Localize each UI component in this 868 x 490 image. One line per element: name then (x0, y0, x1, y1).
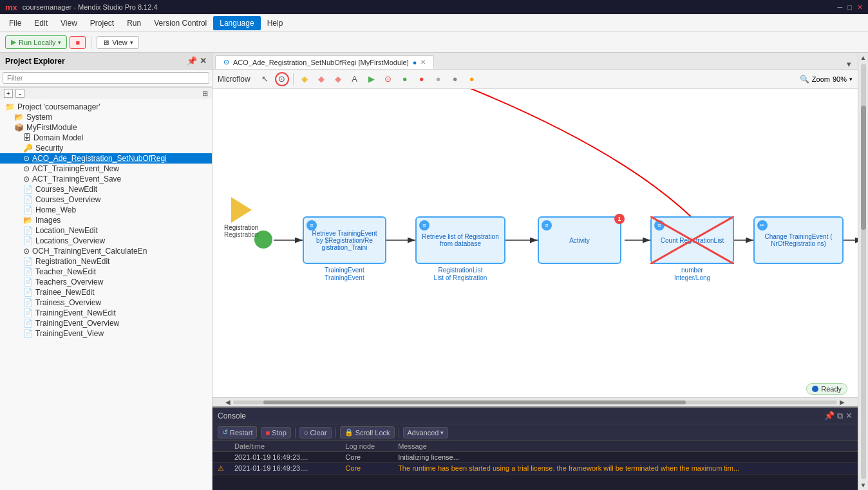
microflow-label: Microflow (218, 75, 250, 84)
sidebar-item-courses_overview[interactable]: 📄Courses_Overview (0, 194, 212, 205)
maximize-btn[interactable]: □ (847, 3, 852, 12)
menu-file[interactable]: File (3, 16, 28, 30)
layout-icon[interactable]: ⊞ (202, 90, 208, 98)
sidebar-item-images[interactable]: 📂Images (0, 215, 212, 225)
sidebar-item-courses_newedit[interactable]: 📄Courses_NewEdit (0, 184, 212, 194)
stop-button[interactable]: ■ (70, 36, 86, 49)
scroll-left-arrow[interactable]: ◀ (223, 399, 233, 406)
run-dropdown-icon[interactable]: ▾ (58, 39, 61, 46)
restart-button[interactable]: ↺ Restart (218, 426, 257, 438)
canvas[interactable]: Registration Registration ≡ Retrieve Tra… (212, 89, 858, 397)
sidebar-item-myfirstmodule[interactable]: 📦MyFirstModule (0, 122, 212, 133)
gray-circle[interactable]: ● (431, 72, 446, 86)
sidebar-item-project_'coursemanager'[interactable]: 📁Project 'coursemanager' (0, 102, 212, 112)
act1-varname: TrainingEvent (303, 267, 386, 274)
minimize-btn[interactable]: ─ (838, 3, 843, 12)
green-circle[interactable]: ● (398, 72, 412, 86)
run-locally-button[interactable]: ▶ Run Locally ▾ (5, 35, 67, 49)
sidebar-item-security[interactable]: 🔑Security (0, 143, 212, 153)
sidebar-item-act_trainingevent_new[interactable]: ⊙ACT_TrainingEvent_New (0, 164, 212, 174)
tab-menu-icon[interactable]: ▾ (843, 59, 855, 69)
sidebar-item-trainingevent_newedit[interactable]: 📄TrainingEvent_NewEdit (0, 308, 212, 318)
sidebar-item-trainee_newedit[interactable]: 📄Trainee_NewEdit (0, 287, 212, 297)
sidebar-item-act_trainingevent_save[interactable]: ⊙ACT_TrainingEvent_Save (0, 174, 212, 184)
status-ready-indicator: Ready (806, 383, 847, 395)
console-close-icon[interactable]: ✕ (845, 411, 853, 421)
h-scrollbar-thumb[interactable] (263, 400, 686, 404)
arrow-shape (231, 197, 252, 223)
start-event-tool[interactable]: ▶ (364, 72, 379, 86)
menu-language[interactable]: Language (213, 16, 260, 30)
view-button[interactable]: 🖥 View ▾ (97, 36, 139, 49)
scroll-lock-button[interactable]: 🔒 Scroll Lock (340, 426, 395, 438)
v-scrollbar-track[interactable] (861, 64, 866, 479)
clear-button[interactable]: ○ Clear (299, 427, 332, 438)
menu-edit[interactable]: Edit (28, 16, 54, 30)
gray-circle-2[interactable]: ● (448, 72, 462, 86)
sidebar-item-trainingevent_view[interactable]: 📄TrainingEvent_View (0, 328, 212, 339)
stop-console-button[interactable]: ■ Stop (261, 427, 290, 438)
advanced-button[interactable]: Advanced ▾ (403, 427, 449, 438)
pointer-tool[interactable]: ↖ (258, 72, 272, 86)
stop-icon: ■ (265, 429, 270, 437)
menu-help[interactable]: Help (261, 16, 290, 30)
sidebar-item-domain_model[interactable]: 🗄Domain Model (0, 133, 212, 143)
active-tab[interactable]: ⊙ ACO_Ade_Registration_SetNubOfRegi [MyF… (215, 55, 434, 69)
sidebar-filter-input[interactable] (3, 72, 209, 84)
act1-type: TrainingEvent (303, 274, 386, 281)
warning-icon: ⚠ (218, 464, 224, 472)
scroll-right-arrow[interactable]: ▶ (837, 399, 847, 406)
decision-tool[interactable]: ◆ (331, 72, 345, 86)
split-tool[interactable]: ◆ (314, 72, 328, 86)
activity-change-training-event[interactable]: ✏ Change TrainingEvent ( NrOfRegistratio… (753, 216, 844, 264)
console-header: Console 📌 ⧉ ✕ (212, 408, 858, 424)
act4-varname: number (650, 267, 734, 274)
sidebar-item-trainess_overview[interactable]: 📄Trainess_Overview (0, 297, 212, 308)
sidebar-item-location_newedit[interactable]: 📄Location_NewEdit (0, 225, 212, 236)
sidebar-item-aco_ade_registration_setnubofregi[interactable]: ⊙ACO_Ade_Registration_SetNubOfRegi (0, 153, 212, 164)
sidebar-close-icon[interactable]: ✕ (200, 56, 207, 66)
select-tool[interactable]: ⊙ (275, 72, 289, 86)
sidebar-item-registration_newedit[interactable]: 📄Registration_NewEdit (0, 256, 212, 267)
sidebar-item-teachers_overview[interactable]: 📄Teachers_Overview (0, 277, 212, 287)
collapse-all-button[interactable]: - (15, 89, 24, 98)
sidebar-item-teacher_newedit[interactable]: 📄Teacher_NewEdit (0, 267, 212, 277)
col-message: Message (393, 441, 858, 452)
sidebar-pin-icon[interactable]: 📌 (187, 56, 197, 66)
clear-label: Clear (310, 429, 326, 437)
end-event-tool[interactable]: ⊙ (381, 72, 395, 86)
view-dropdown-icon[interactable]: ▾ (130, 39, 133, 46)
error-badge: 1 (614, 214, 625, 224)
main-layout: Project Explorer 📌 ✕ + - ⊞ 📁Project 'cou… (0, 53, 868, 490)
restart-label: Restart (230, 429, 252, 437)
orange-circle[interactable]: ● (465, 72, 479, 86)
sidebar-item-och_trainingevent_calculateen[interactable]: ⊙OCH_TrainingEvent_CalculateEn (0, 246, 212, 256)
expand-all-button[interactable]: + (4, 89, 13, 98)
menu-run[interactable]: Run (120, 16, 147, 30)
text-tool[interactable]: A (348, 72, 362, 86)
close-btn[interactable]: ✕ (857, 3, 863, 12)
menu-view[interactable]: View (54, 16, 84, 30)
sidebar-item-home_web[interactable]: 📄Home_Web (0, 205, 212, 215)
red-circle[interactable]: ● (415, 72, 429, 86)
activity-retrieve-training-event[interactable]: ≡ Retrieve TrainingEvent by $Registratio… (303, 216, 386, 264)
h-scrollbar-track[interactable] (233, 400, 837, 404)
start-label: Registration (224, 224, 258, 231)
sidebar-item-trainingevent_overview[interactable]: 📄TrainingEvent_Overview (0, 318, 212, 328)
tab-close-icon[interactable]: ✕ (420, 59, 426, 66)
event-tool[interactable]: ◆ (297, 72, 312, 86)
activity-retrieve-registration-list[interactable]: ≡ Retrieve list of Registration from dat… (415, 216, 505, 264)
console-pin-icon[interactable]: 📌 (824, 411, 835, 421)
menu-version-control[interactable]: Version Control (147, 16, 213, 30)
activity-count[interactable]: ≡ Count RegistrationList (650, 216, 734, 264)
scroll-down-arrow[interactable]: ▼ (859, 480, 868, 490)
menu-project[interactable]: Project (84, 16, 120, 30)
zoom-dropdown-icon[interactable]: ▾ (849, 76, 853, 82)
activity-generic[interactable]: ≡ Activity (538, 216, 621, 264)
sidebar-item-locations_overview[interactable]: 📄Locations_Overview (0, 236, 212, 246)
scroll-up-arrow[interactable]: ▲ (859, 53, 868, 62)
restart-icon: ↺ (222, 428, 228, 437)
sidebar-item-system[interactable]: 📂System (0, 112, 212, 122)
v-scrollbar-thumb[interactable] (861, 106, 866, 231)
console-float-icon[interactable]: ⧉ (837, 411, 843, 421)
